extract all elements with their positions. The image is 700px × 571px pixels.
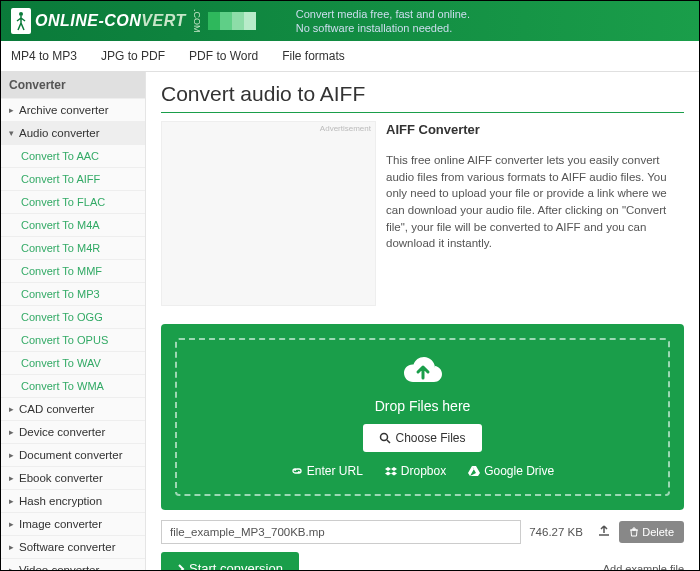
sidebar-cat-audio-converter[interactable]: ▾Audio converter — [1, 121, 145, 144]
file-name-input[interactable] — [161, 520, 521, 544]
search-icon — [379, 432, 391, 444]
header-decoration — [208, 12, 256, 30]
sidebar-cat-cad-converter[interactable]: ▸CAD converter — [1, 397, 145, 420]
topnav-pdf-word[interactable]: PDF to Word — [189, 49, 258, 63]
title-underline — [161, 112, 684, 113]
tagline: Convert media free, fast and online. No … — [296, 7, 470, 36]
chevron-right-icon — [177, 564, 185, 572]
logo-icon — [11, 8, 31, 34]
sidebar-sub-convert-to-wma[interactable]: Convert To WMA — [1, 374, 145, 397]
top-nav: MP4 to MP3 JPG to PDF PDF to Word File f… — [1, 41, 699, 72]
cloud-upload-icon — [401, 354, 445, 388]
chevron-right-icon: ▸ — [9, 496, 17, 506]
intro-heading: AIFF Converter — [386, 121, 684, 140]
topnav-jpg-pdf[interactable]: JPG to PDF — [101, 49, 165, 63]
sidebar-cat-label: Device converter — [19, 426, 105, 438]
sidebar-sub-convert-to-wav[interactable]: Convert To WAV — [1, 351, 145, 374]
sidebar-sub-convert-to-opus[interactable]: Convert To OPUS — [1, 328, 145, 351]
page-title: Convert audio to AIFF — [161, 82, 684, 106]
chevron-right-icon: ▸ — [9, 105, 17, 115]
sidebar-cat-archive-converter[interactable]: ▸Archive converter — [1, 98, 145, 121]
drop-label: Drop Files here — [187, 398, 658, 414]
main-content: Convert audio to AIFF Advertisement AIFF… — [146, 72, 699, 571]
svg-line-2 — [387, 440, 390, 443]
sidebar-cat-label: Archive converter — [19, 104, 108, 116]
sidebar: Converter ▸Archive converter▾Audio conve… — [1, 72, 146, 571]
file-size: 746.27 KB — [529, 526, 589, 538]
svg-point-1 — [381, 434, 388, 441]
sidebar-cat-video-converter[interactable]: ▸Video converter — [1, 558, 145, 571]
chevron-down-icon: ▾ — [9, 128, 17, 138]
sidebar-cat-label: Audio converter — [19, 127, 100, 139]
sidebar-cat-hash-encryption[interactable]: ▸Hash encryption — [1, 489, 145, 512]
sidebar-cat-label: Image converter — [19, 518, 102, 530]
svg-point-0 — [19, 12, 23, 16]
sidebar-cat-label: Hash encryption — [19, 495, 102, 507]
sidebar-header: Converter — [1, 72, 145, 98]
sidebar-sub-convert-to-aiff[interactable]: Convert To AIFF — [1, 167, 145, 190]
logo-com: .COM — [192, 9, 202, 33]
add-example-link[interactable]: Add example file — [603, 563, 684, 572]
chevron-right-icon: ▸ — [9, 404, 17, 414]
intro-text: AIFF Converter This free online AIFF con… — [386, 121, 684, 306]
sidebar-cat-image-converter[interactable]: ▸Image converter — [1, 512, 145, 535]
sidebar-cat-software-converter[interactable]: ▸Software converter — [1, 535, 145, 558]
sidebar-cat-label: CAD converter — [19, 403, 94, 415]
dropbox-link[interactable]: Dropbox — [385, 464, 446, 478]
chevron-right-icon: ▸ — [9, 565, 17, 571]
intro-body: This free online AIFF converter lets you… — [386, 152, 684, 252]
app-header: ONLINE-CONVERT .COM Convert media free, … — [1, 1, 699, 41]
logo[interactable]: ONLINE-CONVERT .COM — [11, 8, 202, 34]
topnav-mp4-mp3[interactable]: MP4 to MP3 — [11, 49, 77, 63]
sidebar-cat-label: Software converter — [19, 541, 116, 553]
sidebar-sub-convert-to-m4r[interactable]: Convert To M4R — [1, 236, 145, 259]
sidebar-cat-device-converter[interactable]: ▸Device converter — [1, 420, 145, 443]
dropbox-icon — [385, 465, 397, 477]
chevron-right-icon: ▸ — [9, 519, 17, 529]
dropzone[interactable]: Drop Files here Choose Files Enter URL D… — [161, 324, 684, 510]
chevron-right-icon: ▸ — [9, 427, 17, 437]
sidebar-sub-convert-to-ogg[interactable]: Convert To OGG — [1, 305, 145, 328]
topnav-file-formats[interactable]: File formats — [282, 49, 345, 63]
sidebar-sub-convert-to-flac[interactable]: Convert To FLAC — [1, 190, 145, 213]
sidebar-sub-convert-to-aac[interactable]: Convert To AAC — [1, 144, 145, 167]
chevron-right-icon: ▸ — [9, 473, 17, 483]
sidebar-cat-ebook-converter[interactable]: ▸Ebook converter — [1, 466, 145, 489]
choose-files-button[interactable]: Choose Files — [363, 424, 481, 452]
sidebar-cat-label: Ebook converter — [19, 472, 103, 484]
sidebar-cat-document-converter[interactable]: ▸Document converter — [1, 443, 145, 466]
logo-text: ONLINE-CONVERT — [35, 12, 186, 30]
link-icon — [291, 465, 303, 477]
chevron-right-icon: ▸ — [9, 450, 17, 460]
sidebar-sub-convert-to-m4a[interactable]: Convert To M4A — [1, 213, 145, 236]
sidebar-sub-convert-to-mp3[interactable]: Convert To MP3 — [1, 282, 145, 305]
start-conversion-button[interactable]: Start conversion — [161, 552, 299, 571]
ad-label: Advertisement — [320, 124, 371, 133]
file-row: 746.27 KB Delete — [161, 520, 684, 544]
advertisement-box: Advertisement — [161, 121, 376, 306]
sidebar-cat-label: Document converter — [19, 449, 123, 461]
trash-icon — [629, 527, 639, 537]
chevron-right-icon: ▸ — [9, 542, 17, 552]
google-drive-icon — [468, 465, 480, 477]
google-drive-link[interactable]: Google Drive — [468, 464, 554, 478]
sidebar-cat-label: Video converter — [19, 564, 99, 571]
delete-button[interactable]: Delete — [619, 521, 684, 543]
enter-url-link[interactable]: Enter URL — [291, 464, 363, 478]
upload-icon[interactable] — [597, 524, 611, 541]
sidebar-sub-convert-to-mmf[interactable]: Convert To MMF — [1, 259, 145, 282]
